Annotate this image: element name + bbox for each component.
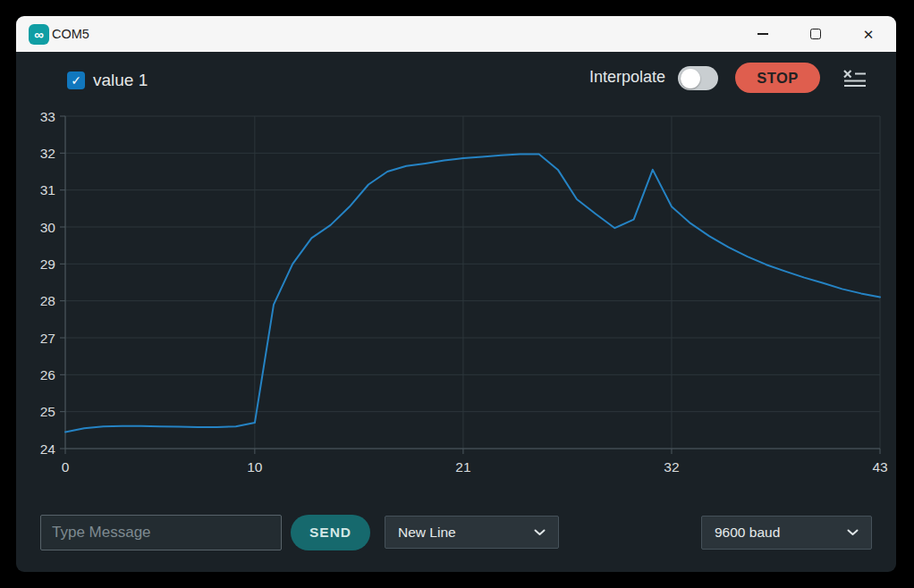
svg-text:32: 32 [40,146,55,161]
svg-text:30: 30 [40,220,56,235]
svg-text:27: 27 [40,331,55,346]
line-ending-select[interactable]: New Line [385,516,559,549]
svg-text:10: 10 [247,459,263,475]
chevron-down-icon [847,529,859,536]
svg-text:28: 28 [40,293,55,308]
svg-text:43: 43 [872,459,887,475]
baud-rate-value: 9600 baud [715,525,780,541]
svg-text:29: 29 [40,256,55,272]
send-button[interactable]: SEND [291,515,370,550]
svg-text:0: 0 [62,459,70,475]
svg-text:31: 31 [40,182,55,197]
plot-canvas: 24252627282930313233010213243 [16,16,896,572]
svg-text:32: 32 [664,459,679,475]
screen: ∞ COM5 ✕ ✓ value 1 Interpolate STOP [0,0,914,588]
baud-rate-select[interactable]: 9600 baud [701,516,872,550]
svg-text:26: 26 [40,367,55,382]
line-ending-value: New Line [398,525,456,541]
svg-text:33: 33 [40,109,55,124]
svg-text:25: 25 [40,404,55,419]
serial-plotter-window: ∞ COM5 ✕ ✓ value 1 Interpolate STOP [16,16,896,572]
svg-text:24: 24 [40,441,56,457]
svg-text:21: 21 [455,459,470,475]
message-input[interactable] [40,515,282,550]
chevron-down-icon [534,529,546,536]
